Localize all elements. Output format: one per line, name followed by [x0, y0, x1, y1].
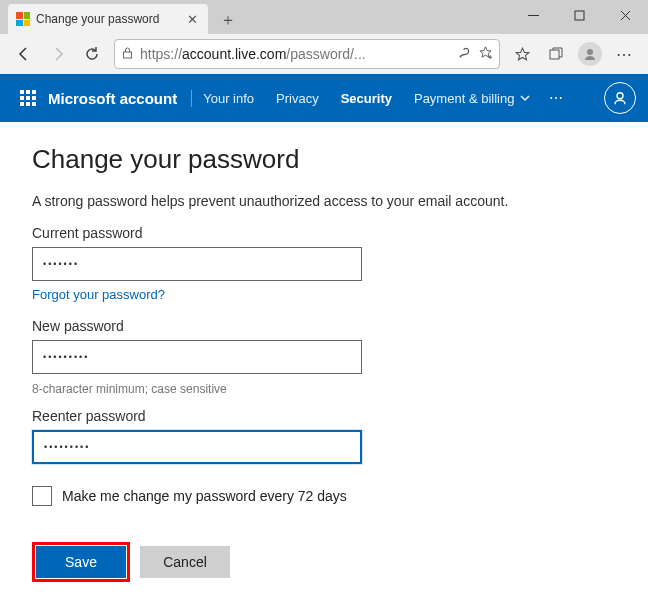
expire-password-label: Make me change my password every 72 days	[62, 488, 347, 504]
nav-your-info[interactable]: Your info	[192, 74, 265, 122]
tab-title: Change your password	[36, 12, 181, 26]
lock-icon	[121, 45, 134, 63]
microsoft-account-navbar: Microsoft account Your info Privacy Secu…	[0, 74, 648, 122]
password-hint: 8-character minimum; case sensitive	[32, 382, 616, 396]
address-bar[interactable]: https://account.live.com/password/...	[114, 39, 500, 69]
new-password-label: New password	[32, 318, 616, 334]
expire-password-checkbox[interactable]	[32, 486, 52, 506]
browser-tab[interactable]: Change your password ✕	[8, 4, 208, 34]
new-tab-button[interactable]: ＋	[214, 6, 242, 34]
reenter-password-label: Reenter password	[32, 408, 616, 424]
svg-rect-7	[550, 50, 559, 59]
close-window-button[interactable]	[602, 0, 648, 30]
collections-icon[interactable]	[540, 38, 572, 70]
more-menu-button[interactable]: ⋯	[608, 38, 640, 70]
close-tab-icon[interactable]: ✕	[187, 12, 198, 27]
refresh-button[interactable]	[76, 38, 108, 70]
chevron-down-icon	[520, 93, 530, 103]
reenter-password-input[interactable]: •••••••••	[32, 430, 362, 464]
reading-mode-icon[interactable]	[457, 45, 472, 64]
current-password-input[interactable]: •••••••	[32, 247, 362, 281]
minimize-button[interactable]	[510, 0, 556, 30]
nav-payment-billing[interactable]: Payment & billing	[403, 74, 541, 122]
save-button[interactable]: Save	[36, 546, 126, 578]
browser-toolbar: https://account.live.com/password/... ⋯	[0, 34, 648, 74]
favorite-add-icon[interactable]	[478, 45, 493, 64]
svg-point-8	[587, 49, 593, 55]
microsoft-favicon	[16, 12, 30, 26]
favorites-icon[interactable]	[506, 38, 538, 70]
profile-button[interactable]	[574, 38, 606, 70]
page-title: Change your password	[32, 144, 616, 175]
page-content: Microsoft account Your info Privacy Secu…	[0, 74, 648, 608]
save-highlight: Save	[32, 542, 130, 582]
brand-title[interactable]: Microsoft account	[48, 90, 192, 107]
nav-privacy[interactable]: Privacy	[265, 74, 330, 122]
tab-strip: Change your password ✕ ＋	[0, 0, 510, 34]
page-scroll[interactable]: Change your password A strong password h…	[0, 122, 648, 608]
app-launcher-icon[interactable]	[12, 90, 44, 106]
page-subtitle: A strong password helps prevent unauthor…	[32, 193, 616, 209]
current-password-label: Current password	[32, 225, 616, 241]
nav-security[interactable]: Security	[330, 74, 403, 122]
cancel-button[interactable]: Cancel	[140, 546, 230, 578]
svg-rect-4	[124, 52, 132, 58]
maximize-button[interactable]	[556, 0, 602, 30]
back-button[interactable]	[8, 38, 40, 70]
account-icon[interactable]	[604, 82, 636, 114]
svg-point-9	[617, 93, 623, 99]
window-controls	[510, 0, 648, 30]
forward-button[interactable]	[42, 38, 74, 70]
url-text: https://account.live.com/password/...	[140, 46, 451, 62]
window-titlebar: Change your password ✕ ＋	[0, 0, 648, 34]
nav-more-icon[interactable]: ⋯	[549, 90, 564, 106]
svg-rect-1	[575, 11, 584, 20]
forgot-password-link[interactable]: Forgot your password?	[32, 287, 165, 302]
new-password-input[interactable]: •••••••••	[32, 340, 362, 374]
